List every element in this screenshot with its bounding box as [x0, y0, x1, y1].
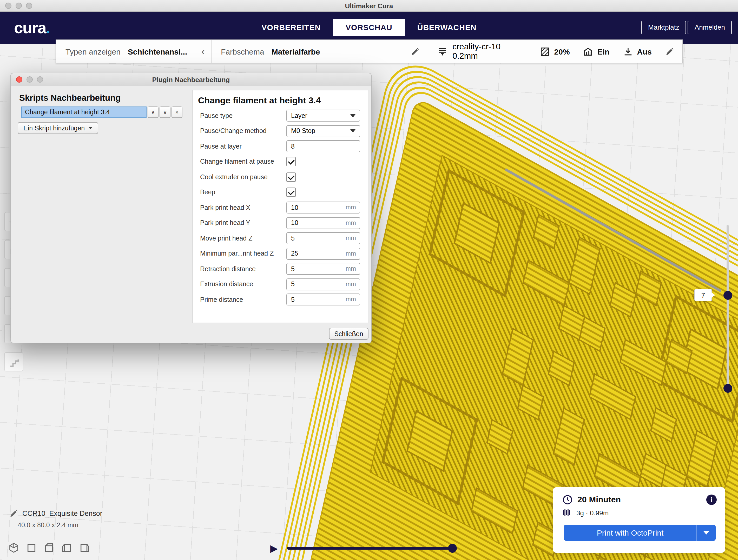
support-setting[interactable]: Ein — [584, 46, 610, 56]
unit-label: mm — [346, 204, 356, 211]
play-icon: ▶ — [270, 543, 278, 554]
scripts-heading: Skripts Nachbearbeitung — [19, 93, 121, 103]
rename-pencil-icon[interactable] — [9, 509, 18, 518]
close-dialog-button[interactable]: Schließen — [329, 328, 368, 340]
down-arrow-icon: ∨ — [163, 109, 167, 116]
dialog-title: Plugin Nachbearbeitung — [152, 76, 230, 83]
edit-view-pencil-icon[interactable] — [411, 47, 419, 56]
field-row-move-z: Move print head Z mm — [200, 231, 360, 246]
tab-ueberwachen[interactable]: ÜBERWACHEN — [405, 19, 489, 36]
app-window: 7 ▶ CCR10_Exquisite Densor 40.0 x 80.0 x… — [0, 0, 738, 560]
view-type-section[interactable]: Typen anzeigen Schichtenansi... ‹ — [56, 40, 211, 63]
signin-button[interactable]: Anmelden — [688, 21, 732, 34]
infill-icon — [540, 46, 550, 56]
print-settings-section[interactable]: creality-cr-10 0.2mm 20% Ein Aus — [428, 40, 682, 63]
layer-slider-handle-bottom[interactable] — [723, 384, 732, 393]
adhesion-icon — [623, 46, 633, 56]
timeline-handle[interactable] — [448, 544, 457, 553]
infill-value: 20% — [554, 47, 570, 56]
dialog-window-controls — [16, 76, 43, 83]
minimize-window-button[interactable] — [16, 3, 22, 9]
close-window-button[interactable] — [5, 3, 11, 9]
layer-slider-track[interactable] — [727, 225, 729, 390]
adhesion-setting[interactable]: Aus — [623, 46, 652, 56]
print-button-label: Print with OctoPrint — [564, 528, 696, 537]
cool-extruder-checkbox[interactable] — [286, 172, 296, 182]
chevron-left-icon[interactable]: ‹ — [202, 45, 205, 57]
window-title: Ultimaker Cura — [345, 2, 393, 10]
field-row-pause-method: Pause/Change method M0 Stop — [200, 123, 360, 139]
model-name: CCR10_Exquisite Densor — [22, 510, 102, 517]
script-list-item-selected[interactable]: Change filament at height 3.4 — [21, 106, 146, 118]
pause-method-select[interactable]: M0 Stop — [286, 125, 360, 137]
edit-print-settings-pencil-icon[interactable] — [665, 47, 674, 56]
support-icon — [584, 46, 593, 56]
script-settings-card: Change filament at height 3.4 Pause type… — [192, 90, 369, 323]
tab-vorschau[interactable]: VORSCHAU — [333, 19, 405, 36]
print-summary-panel: 20 Minuten i 3g · 0.99m Print with OctoP… — [553, 487, 725, 553]
print-output-dropdown[interactable] — [696, 525, 716, 541]
window-controls — [5, 3, 32, 9]
tab-vorbereiten[interactable]: VORBEREITEN — [249, 19, 333, 36]
color-scheme-value[interactable]: Materialfarbe — [272, 47, 320, 56]
zoom-window-button[interactable] — [26, 3, 32, 9]
chevron-down-icon — [703, 531, 709, 535]
infill-setting[interactable]: 20% — [540, 46, 570, 56]
change-filament-checkbox[interactable] — [286, 157, 296, 166]
field-row-change-filament: Change filament at pause — [200, 154, 360, 169]
preview-toolbar: Typen anzeigen Schichtenansi... ‹ Farbsc… — [56, 39, 683, 63]
remove-icon: × — [175, 109, 179, 115]
view-type-value[interactable]: Schichtenansi... — [128, 47, 187, 56]
marketplace-button[interactable]: Marktplatz — [641, 21, 686, 34]
stage-tabs: VORBEREITEN VORSCHAU ÜBERWACHEN — [0, 11, 738, 44]
view-top-icon[interactable] — [44, 542, 55, 553]
info-icon[interactable]: i — [706, 495, 717, 505]
up-arrow-icon: ∧ — [151, 109, 155, 116]
model-size: 40.0 x 80.0 x 2.4 mm — [18, 522, 102, 529]
field-row-retraction: Retraction distance mm — [200, 261, 360, 276]
color-scheme-section[interactable]: Farbschema Materialfarbe — [211, 40, 428, 63]
field-row-park-y: Park print head Y mm — [200, 215, 360, 231]
material-spool-icon — [562, 509, 572, 517]
beep-checkbox[interactable] — [286, 188, 296, 197]
field-row-pause-type: Pause type Layer — [200, 108, 360, 123]
unit-label: mm — [346, 296, 356, 303]
print-time: 20 Minuten — [578, 495, 621, 504]
view-type-label: Typen anzeigen — [65, 47, 120, 56]
printer-profile-value[interactable]: creality-cr-10 0.2mm — [452, 42, 526, 61]
printhead-icon — [438, 46, 447, 56]
app-header: cura. VORBEREITEN VORSCHAU ÜBERWACHEN Ma… — [0, 11, 738, 44]
timeline-track[interactable] — [287, 547, 454, 550]
view-3d-icon[interactable] — [8, 542, 19, 553]
layer-slider-handle-top[interactable] — [723, 291, 732, 300]
field-row-extrusion: Extrusion distance mm — [200, 276, 360, 292]
move-script-up-button[interactable]: ∧ — [147, 106, 158, 118]
macos-titlebar: Ultimaker Cura — [0, 0, 738, 12]
remove-script-button[interactable]: × — [171, 106, 182, 118]
layer-number-tag: 7 — [694, 289, 712, 301]
view-right-icon[interactable] — [79, 542, 90, 553]
view-left-icon[interactable] — [61, 542, 72, 553]
pause-type-select[interactable]: Layer — [286, 110, 360, 122]
unit-label: mm — [346, 250, 356, 257]
move-script-down-button[interactable]: ∨ — [159, 106, 170, 118]
add-script-label: Ein Skript hinzufügen — [23, 124, 85, 132]
script-list: Change filament at height 3.4 ∧ ∨ × — [21, 106, 182, 118]
print-octoprint-button[interactable]: Print with OctoPrint — [564, 525, 716, 541]
field-row-pause-layer: Pause at layer — [200, 139, 360, 154]
view-front-icon[interactable] — [26, 542, 37, 553]
add-script-button[interactable]: Ein Skript hinzufügen — [18, 122, 98, 134]
dialog-titlebar[interactable]: Plugin Nachbearbeitung — [11, 73, 371, 86]
post-processing-dialog: Plugin Nachbearbeitung Skripts Nachbearb… — [10, 73, 372, 344]
support-value: Ein — [598, 47, 610, 56]
unit-label: mm — [346, 281, 356, 288]
layer-number: 7 — [701, 291, 705, 299]
dialog-close-button[interactable] — [16, 76, 22, 83]
play-button[interactable]: ▶ — [270, 542, 278, 554]
clock-icon — [562, 495, 573, 505]
adhesion-value: Aus — [637, 47, 652, 56]
field-row-cool-extruder: Cool extruder on pause — [200, 169, 360, 185]
support-blocker-button[interactable] — [4, 352, 23, 372]
dialog-zoom-button — [37, 76, 43, 83]
pause-layer-input[interactable] — [286, 140, 360, 152]
